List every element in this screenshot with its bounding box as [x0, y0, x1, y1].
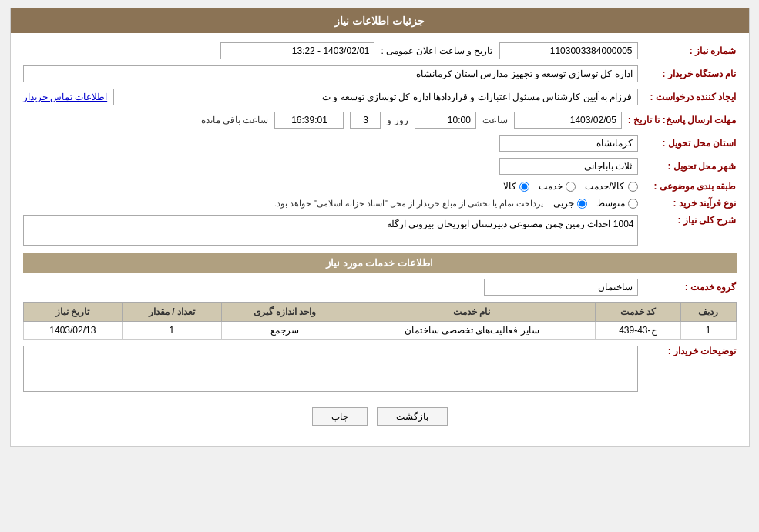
baqi-label: ساعت باقی مانده	[201, 115, 269, 125]
radio-khedmat-item: خدمت	[539, 181, 576, 192]
ostan-label: استان محل تحویل :	[644, 138, 737, 149]
mohlat-row: مهلت ارسال پاسخ: تا تاریخ : 1403/02/05 س…	[23, 112, 737, 129]
col-tarikh: تاریخ نیاز	[23, 303, 123, 322]
table-cell-tedad: 1	[123, 322, 222, 340]
table-cell-kod: ج-43-439	[595, 322, 680, 340]
table-cell-vahed: سرجمع	[221, 322, 348, 340]
sharh-row: شرح کلی نیاز :	[23, 215, 737, 246]
col-radif: ردیف	[680, 303, 736, 322]
radio-khedmat-label: خدمت	[539, 181, 563, 192]
radio-kala-khedmat-item: کالا/خدمت	[585, 181, 637, 192]
chap-button[interactable]: چاپ	[312, 407, 368, 426]
page-container: جزئیات اطلاعات نیاز شماره نیاز : 1103003…	[10, 8, 750, 447]
namDastgah-row: نام دستگاه خریدار : اداره کل توسازی توسع…	[23, 65, 737, 82]
sharh-label: شرح کلی نیاز :	[644, 215, 737, 226]
mohlat-date: 1403/02/05	[514, 112, 622, 129]
radio-khedmat[interactable]	[566, 182, 576, 192]
col-kod: کد خدمت	[595, 303, 680, 322]
page-title: جزئیات اطلاعات نیاز	[334, 15, 425, 27]
radio-jozyi[interactable]	[577, 199, 587, 209]
footer-buttons: بازگشت چاپ	[23, 400, 737, 437]
tousif-textarea[interactable]	[23, 346, 638, 392]
mohlat-rooz: 3	[350, 112, 381, 129]
col-tedad: تعداد / مقدار	[123, 303, 222, 322]
page-header: جزئیات اطلاعات نیاز	[11, 8, 749, 33]
ijadKonande-value: فرزام به آیین کارشناس مسئول اعتبارات و ق…	[113, 89, 637, 105]
radio-jozyi-label: جزیی	[553, 198, 574, 209]
ostan-row: استان محل تحویل : کرمانشاه	[23, 135, 737, 152]
khadamat-section-header: اطلاعات خدمات مورد نیاز	[23, 253, 737, 273]
shahr-label: شهر محل تحویل :	[644, 161, 737, 172]
services-table: ردیف کد خدمت نام خدمت واحد اندازه گیری ت…	[23, 302, 737, 340]
radio-kala-khedmat-label: کالا/خدمت	[585, 181, 624, 192]
namDastgah-value: اداره کل توسازی توسعه و تجهیز مدارس استا…	[23, 65, 638, 82]
bazgasht-button[interactable]: بازگشت	[377, 407, 448, 426]
radio-kala-khedmat[interactable]	[628, 182, 638, 192]
radio-motavaset-item: متوسط	[596, 198, 638, 209]
noefarayand-label: نوع فرآیند خرید :	[644, 198, 737, 209]
noefarayand-radio-group: متوسط جزیی پرداخت تمام یا بخشی از مبلغ خ…	[23, 198, 638, 209]
shomareNiaz-row: شماره نیاز : 1103003384000005 تاریخ و سا…	[23, 42, 737, 59]
col-vahed: واحد اندازه گیری	[221, 303, 348, 322]
table-header-row: ردیف کد خدمت نام خدمت واحد اندازه گیری ت…	[23, 303, 736, 322]
noefarayand-row: نوع فرآیند خرید : متوسط جزیی پرداخت تمام…	[23, 198, 737, 209]
ijadKonande-label: ایجاد کننده درخواست :	[644, 92, 737, 102]
grohe-khedmat-label: گروه خدمت :	[644, 282, 737, 293]
grohe-khedmat-value: ساختمان	[484, 279, 638, 296]
ostan-value: کرمانشاه	[499, 135, 638, 152]
shomareNiaz-value: 1103003384000005	[499, 42, 638, 59]
table-cell-tarikh: 1403/02/13	[23, 322, 123, 340]
countdown: 16:39:01	[274, 112, 344, 129]
tousif-row: توضیحات خریدار :	[23, 346, 737, 392]
radio-description: پرداخت تمام یا بخشی از مبلغ خریدار از مح…	[274, 199, 544, 209]
tabaqeh-row: طبقه بندی موضوعی : کالا/خدمت خدمت کالا	[23, 181, 737, 192]
mohlat-saat-label: ساعت	[482, 115, 508, 125]
namDastgah-label: نام دستگاه خریدار :	[644, 69, 737, 79]
col-naam: نام خدمت	[348, 303, 596, 322]
radio-jozyi-item: جزیی	[553, 198, 587, 209]
table-cell-naam: سایر فعالیت‌های تخصصی ساختمان	[348, 322, 596, 340]
radio-motavaset[interactable]	[628, 199, 638, 209]
content-area: شماره نیاز : 1103003384000005 تاریخ و سا…	[11, 33, 749, 446]
tousif-label: توضیحات خریدار :	[644, 346, 737, 356]
tabaqeh-label: طبقه بندی موضوعی :	[644, 181, 737, 192]
shahr-row: شهر محل تحویل : ثلاث باباجانی	[23, 158, 737, 175]
table-body: 1ج-43-439سایر فعالیت‌های تخصصی ساختمانسر…	[23, 322, 736, 340]
shahr-value: ثلاث باباجانی	[499, 158, 638, 175]
tarikh-alan-label: تاریخ و ساعت اعلان عمومی :	[381, 45, 492, 56]
table-head: ردیف کد خدمت نام خدمت واحد اندازه گیری ت…	[23, 303, 736, 322]
grohe-khedmat-row: گروه خدمت : ساختمان	[23, 279, 737, 296]
radio-kala[interactable]	[519, 182, 529, 192]
tabaqeh-radio-group: کالا/خدمت خدمت کالا	[23, 181, 638, 192]
radio-motavaset-label: متوسط	[596, 198, 625, 209]
table-cell-radif: 1	[680, 322, 736, 340]
ettelaatTamasLink[interactable]: اطلاعات تماس خریدار	[23, 92, 108, 102]
tarikh-alan-value: 1403/02/01 - 13:22	[220, 42, 374, 59]
radio-kala-label: کالا	[503, 181, 516, 192]
shomareNiaz-label: شماره نیاز :	[644, 45, 737, 56]
sharh-textarea[interactable]	[23, 215, 638, 246]
table-row: 1ج-43-439سایر فعالیت‌های تخصصی ساختمانسر…	[23, 322, 736, 340]
radio-kala-item: کالا	[503, 181, 529, 192]
mohlat-rooz-label: روز و	[387, 115, 408, 125]
mohlat-saat: 10:00	[415, 112, 476, 129]
mohlat-label: مهلت ارسال پاسخ: تا تاریخ :	[628, 115, 737, 125]
ijadKonande-row: ایجاد کننده درخواست : فرزام به آیین کارش…	[23, 89, 737, 105]
